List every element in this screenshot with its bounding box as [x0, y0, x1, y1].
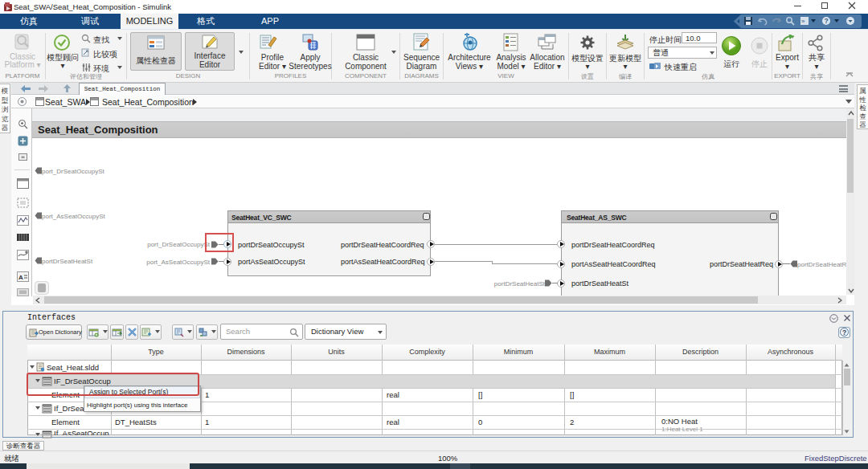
svg-text:?: ?: [825, 17, 829, 25]
svg-text:A: A: [18, 274, 23, 281]
svg-text:»: »: [801, 18, 805, 25]
svg-text:?: ?: [842, 328, 846, 336]
